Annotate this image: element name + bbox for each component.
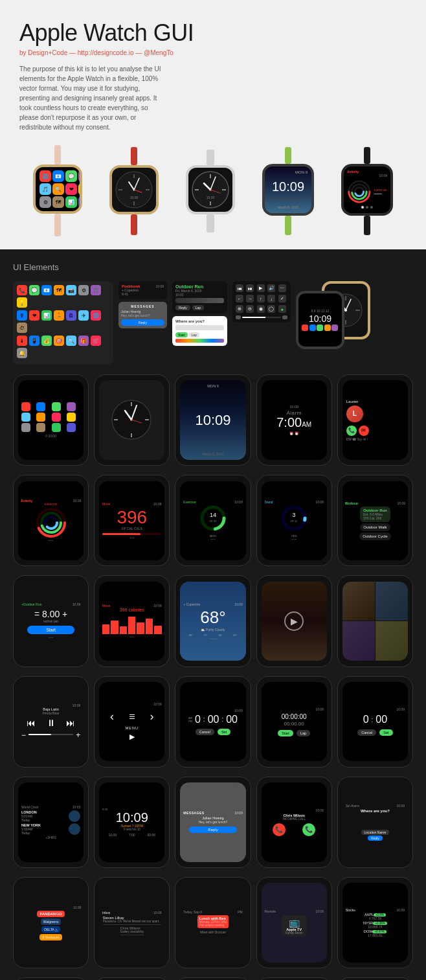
- watch-weather-screen: + Cupertino 10:09 68° ⛅ Partly Cloudy 60…: [175, 575, 251, 667]
- watch-exercise-screen: Exercise 10:09 14 OF 30 MINS • • •: [175, 475, 251, 566]
- watch-messages-notification-screen: MESSAGES 10:09 Julian Hoenig Hey, let's …: [175, 777, 251, 868]
- svg-text:OF 30: OF 30: [209, 519, 217, 523]
- watch-passbook-screen: 10:09 FANDANGO Walgreens DELTA △ $ Starb…: [13, 877, 89, 968]
- svg-text:OF 12: OF 12: [291, 519, 298, 523]
- watch-gold-pink: 🌐 📧 💬 🗓 🎵 🔍 ❤ ⭐ ⚙ 🗺 📊 🏃: [33, 145, 82, 236]
- header-section: Apple Watch GUI by Design+Code — http://…: [0, 0, 426, 249]
- watch-worldclock-screen: World Clock 10:03 LONDON 5:01AM Today NE…: [13, 777, 89, 868]
- watch-music-screen: 10:09 Baja Latin Petula Bear ⏮ ⏸ ⏭ − +: [13, 676, 89, 768]
- watch-calendar-screen: Today, Sep 8 PM Lunch with Ben Monday 12…: [175, 877, 251, 968]
- watch-wallet-screen: Done Chase VISA ✓: [13, 977, 89, 980]
- watch-activity-screen: Activity 10:09 EXERCISE • • •: [13, 475, 89, 566]
- watch-stand-screen: Stand 10:09 3 OF 12 HRS • • •: [256, 475, 332, 566]
- watch-row-3: +Outdoor Run 10:09 = 8.00 + mi/min per S…: [13, 575, 413, 667]
- header-subtitle: by Design+Code — http://designcode.io — …: [19, 49, 407, 56]
- svg-text:14: 14: [210, 512, 216, 518]
- watch-timer2-screen: 10:09 0 : 00 Cancel Set: [337, 676, 413, 768]
- dark-section: UI Elements 📞 💬 📧 🗺 📷 ⚙ 🎵 💡 🎙 ❤ 📊 🏃 🗓: [0, 249, 426, 980]
- watch-photos-grid-screen: [337, 575, 413, 667]
- watch-apps-screen: 0 10:00: [13, 374, 89, 466]
- watch-aurora-screen: MON 9 10:09 March 9, 2015: [175, 374, 251, 466]
- watch-stopwatch-screen: 10:09 00:00:00 00:00.00 Start Lap: [256, 676, 332, 768]
- watch-alarm-screen: 10:09 Alarm 7:00AM ⏰ ⏰: [256, 374, 332, 466]
- watch-row-1: 0 10:00: [13, 374, 413, 466]
- watch-run-pace-screen: +Outdoor Run 10:09 = 8.00 + mi/min per S…: [13, 575, 89, 667]
- run-siri-panel: Outdoor Run Fri, March 6, 2015 10:02 Rep…: [172, 281, 227, 346]
- watch-sunset-screen: 9:09 10:09 Sunset 7:10PM 9 sets hrs 10 1…: [94, 777, 170, 868]
- watch-siri-weather-screen: Is the weather nice in Lake Tahoe today?: [94, 977, 170, 980]
- stacked-watches-display: 8 9 10 11 12 10:09: [296, 281, 370, 365]
- watch-row-4: 10:09 Baja Latin Petula Bear ⏮ ⏸ ⏭ − +: [13, 676, 413, 768]
- watch-gold-red: 15:00: [109, 147, 159, 235]
- svg-text:15:00: 15:00: [130, 196, 139, 199]
- header-description: The purpose of this kit is to let you an…: [19, 64, 162, 132]
- watch-settings-screen: Settings 10:09 Time Airplane Mode Blueto…: [337, 977, 413, 980]
- watch-spacegray-green: MON 9 10:09 March 9, 2015: [262, 147, 314, 235]
- page-title: Apple Watch GUI: [19, 19, 407, 47]
- watch-birthday-screen: 10:09 Thu 12 Gary's Birthday Birthday: [175, 977, 251, 980]
- svg-text:15:00: 15:00: [207, 196, 215, 199]
- icon-strips-panel: 📞 💬 📧 🗺 📷 ⚙ 🎵 💡 🎙 ❤ 📊 🏃 🗓 ✈ 🌐 ⏱: [13, 281, 113, 365]
- watch-siri-screen: Siri Alarm 10:09 Where are you? Location…: [337, 777, 413, 868]
- watch-remote-screen: Remote 10:09 📺 Apple TV Family Room: [256, 877, 332, 968]
- watch-menu-screen: 10:09 ‹ › MENU ▶: [94, 676, 170, 768]
- notifications-panel: Pockbook 10:09 + Cupertino 9:41 MESSAGES…: [118, 281, 167, 328]
- watch-workout-screen: Workout 10:09 Outdoor Run Est. 8.0 Miles…: [337, 475, 413, 566]
- ui-elements-row: 📞 💬 📧 🗺 📷 ⚙ 🎵 💡 🎙 ❤ 📊 🏃 🗓 ✈ 🌐 ⏱: [13, 281, 413, 365]
- watch-move-screen: Move 10:09 396 OF CAL CALS • • •: [94, 475, 170, 566]
- watch-timer1-screen: 10:09 AM PM 0 : 00 : 00 Cancel Set: [175, 676, 251, 768]
- watch-row-7: Done Chase VISA ✓ Is the weather nice in…: [13, 977, 413, 980]
- svg-text:3: 3: [293, 512, 296, 518]
- watch-calories-chart-screen: Move 10:09 396 calories • • •: [94, 575, 170, 667]
- ui-elements-label: UI Elements: [13, 262, 413, 272]
- watch-contact-screen: Lauren L 📞 ✉ DW ☎ S◎ ✉ ↑: [337, 374, 413, 466]
- watch-analog-screen: [94, 374, 170, 466]
- svg-point-53: [283, 507, 305, 529]
- watch-photos-concert-screen: ▶: [256, 575, 332, 667]
- watch-row-5: World Clock 10:03 LONDON 5:01AM Today NE…: [13, 777, 413, 868]
- watch-maps-screen: San Francisco 10:09: [256, 977, 332, 980]
- svg-point-33: [344, 309, 347, 312]
- watch-activity: Activity 10:09 EXERCISE: [341, 147, 393, 235]
- header-watch-row: 🌐 📧 💬 🗓 🎵 🔍 ❤ ⭐ ⚙ 🗺 📊 🏃: [19, 145, 407, 236]
- watch-stocks-screen: Stocks 10:09 AAPL +0.8% 4,767.59 NYSR +0…: [337, 877, 413, 968]
- watch-mail-screen: Inbox 10:09 Steven Lilkay Pasadena, CA: …: [94, 877, 170, 968]
- media-controls-panel: ⏮ ⏭ ▶ 🔊 ⋯ ← → ↑ ↓ ✓ ⊕ ⊖ ◉ ◯ ●: [232, 281, 291, 323]
- watch-silver-steel: 15:00: [186, 150, 235, 233]
- watch-row-2: Activity 10:09 EXERCISE • • •: [13, 475, 413, 566]
- watch-row-6: 10:09 FANDANGO Walgreens DELTA △ $ Starb…: [13, 877, 413, 968]
- watch-incoming-call-screen: 10:09 Chris Wilson INCOMING CALL 📞 📞: [256, 777, 332, 868]
